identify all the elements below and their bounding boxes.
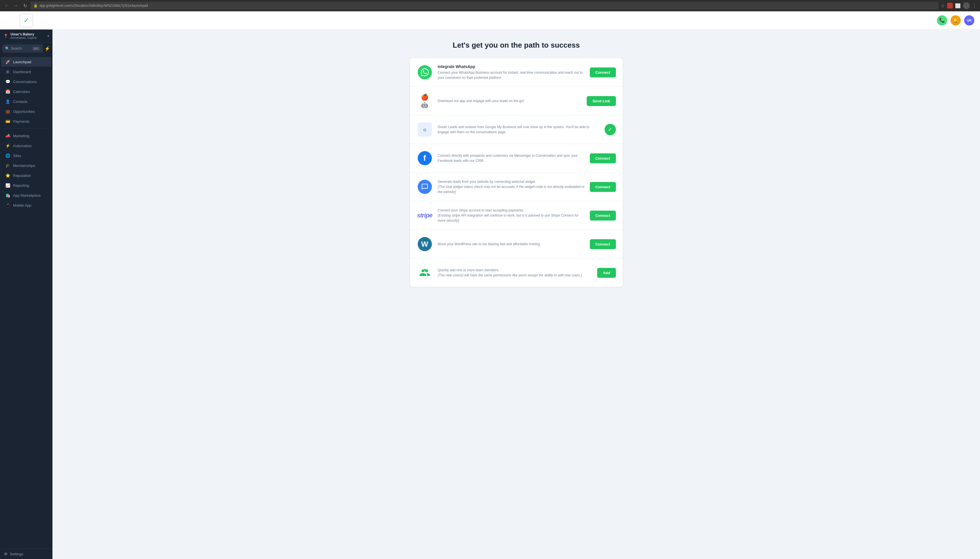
integration-card-whatsapp: Integrate WhatsApp Connect your WhatsApp… [410,58,623,87]
sidebar-item-label: App Marketplace [13,194,41,198]
notifications-button[interactable]: 🔔 [950,15,961,25]
reporting-icon: 📈 [5,183,10,188]
wordpress-connect-button[interactable]: Connect [590,239,616,249]
bookmark-icon[interactable]: ☆ [941,3,945,8]
integration-card-facebook: f Connect directly with prospects and cu… [410,144,623,173]
whatsapp-action: Connect [590,68,616,78]
main-content: Let's get you on the path to success I [53,30,980,559]
app-marketplace-icon: 🛍️ [5,193,10,198]
facebook-description: Connect directly with prospects and cust… [438,153,585,163]
sidebar-item-mobile-app[interactable]: 📱 Mobile App [1,200,51,210]
quick-add-button[interactable]: ⚡ [45,46,50,51]
search-placeholder: Search [11,46,31,50]
sidebar-item-label: Mobile App [13,203,31,207]
wordpress-info: Move your WordPress site to our blazing … [438,241,585,246]
sidebar: ✓ 📍 Umar's Bakery Ahmedabad, Gujarat ▾ 🔍… [0,12,53,559]
top-bar: 📞 🔔 UR [53,12,980,30]
integration-card-gmb: G Great! Leads and reviews from Google M… [410,116,623,144]
automation-icon: ⚡ [5,144,10,148]
payments-icon: 💳 [5,119,10,124]
stripe-icon: stripe [417,207,433,223]
forward-button[interactable]: → [12,2,19,9]
sidebar-item-label: Marketing [13,134,29,138]
facebook-connect-button[interactable]: Connect [590,153,616,163]
sidebar-item-contacts[interactable]: 👤 Contacts [1,97,51,106]
webchat-connect-button[interactable]: Connect [590,182,616,192]
app-layout: ✓ 📍 Umar's Bakery Ahmedabad, Gujarat ▾ 🔍… [0,12,980,559]
settings-label: Settings [10,552,23,556]
sidebar-item-label: Automation [13,144,32,148]
webchat-action: Connect [590,182,616,192]
settings-icon: ⚙ [4,552,8,556]
mobile-app-icon: 📱 [5,203,10,207]
send-link-button[interactable]: Send Link [587,96,616,106]
sidebar-item-reporting[interactable]: 📈 Reporting [1,180,51,190]
user-avatar[interactable]: UR [964,15,974,25]
sidebar-item-app-marketplace[interactable]: 🛍️ App Marketplace [1,190,51,200]
team-icon: + [417,265,433,281]
search-icon: 🔍 [5,46,9,50]
phone-button[interactable]: 📞 [937,15,947,25]
sidebar-item-dashboard[interactable]: ⊞ Dashboard [1,67,51,76]
search-bar[interactable]: 🔍 Search ⌘K [2,44,43,53]
mobile-info: Download our app and engage with your le… [438,98,582,103]
integration-card-stripe: stripe Connect your Stripe account to st… [410,201,623,230]
sidebar-item-label: Reporting [13,184,29,188]
stripe-info: Connect your Stripe account to start acc… [438,208,585,223]
sidebar-item-reputation[interactable]: ⭐ Reputation [1,170,51,180]
mobile-action: Send Link [587,96,616,106]
stripe-connect-button[interactable]: Connect [590,211,616,220]
sidebar-item-label: Memberships [13,164,35,168]
webchat-description: Generate leads from your website by conn… [438,179,585,194]
sidebar-item-conversations[interactable]: 💬 Conversations [1,77,51,86]
account-switcher[interactable]: 📍 Umar's Bakery Ahmedabad, Gujarat ▾ [0,30,53,43]
sidebar-item-sites[interactable]: 🌐 Sites [1,151,51,160]
sidebar-item-marketing[interactable]: 📣 Marketing [1,131,51,141]
webchat-info: Generate leads from your website by conn… [438,179,585,194]
sidebar-item-calendars[interactable]: 📅 Calendars [1,87,51,96]
url-bar[interactable]: 🔒 app.gohighlevel.com/v2/location/Ab8nWq… [31,2,939,10]
integration-card-wordpress: W Move your WordPress site to our blazin… [410,230,623,258]
sidebar-logo: ✓ [0,12,53,30]
sidebar-item-label: Calendars [13,89,30,94]
extensions-icon[interactable]: ⬜ [955,3,961,8]
profile-icon[interactable] [963,2,970,9]
svg-text:G: G [423,128,426,132]
extension-icon-1[interactable] [947,3,953,8]
lock-icon: 🔒 [33,4,38,8]
whatsapp-connect-button[interactable]: Connect [590,68,616,78]
sidebar-item-automation[interactable]: ⚡ Automation [1,141,51,150]
account-chevron-icon: ▾ [47,34,49,38]
logo-checkmark: ✓ [23,17,29,24]
sidebar-item-opportunities[interactable]: 💼 Opportunities [1,107,51,116]
integration-card-team: + Quickly add one or more team members. … [410,258,623,287]
sidebar-item-label: Reputation [13,174,31,178]
menu-icon[interactable]: ⋮ [972,3,977,8]
whatsapp-description: Connect your WhatsApp Business account f… [438,70,585,80]
whatsapp-info: Integrate WhatsApp Connect your WhatsApp… [438,64,585,80]
refresh-button[interactable]: ↻ [22,2,28,9]
sidebar-item-label: Contacts [13,99,28,104]
facebook-info: Connect directly with prospects and cust… [438,153,585,163]
integration-card-mobile: 🍎 🤖 Download our app and engage with you… [410,87,623,116]
url-text: app.gohighlevel.com/v2/location/Ab8nWqUW… [40,4,148,8]
contacts-icon: 👤 [5,99,10,104]
dashboard-icon: ⊞ [5,69,10,74]
calendars-icon: 📅 [5,89,10,94]
account-location-icon: 📍 [3,34,8,38]
team-action: Add [597,268,616,278]
team-info: Quickly add one or more team members. (T… [438,268,593,278]
sidebar-item-label: Payments [13,119,30,124]
search-shortcut: ⌘K [32,47,40,50]
back-button[interactable]: ← [3,2,10,9]
apple-icon: 🍎 [421,94,429,101]
add-team-member-button[interactable]: Add [597,268,616,278]
settings-nav-item[interactable]: ⚙ Settings [0,549,53,559]
wordpress-action: Connect [590,239,616,249]
sidebar-item-launchpad[interactable]: 🚀 Launchpad [1,57,51,67]
gmb-description: Great! Leads and reviews from Google My … [438,124,599,135]
sidebar-item-memberships[interactable]: 🎓 Memberships [1,161,51,170]
page-title: Let's get you on the path to success [58,41,974,50]
mobile-description: Download our app and engage with your le… [438,98,582,103]
sidebar-item-payments[interactable]: 💳 Payments [1,116,51,126]
